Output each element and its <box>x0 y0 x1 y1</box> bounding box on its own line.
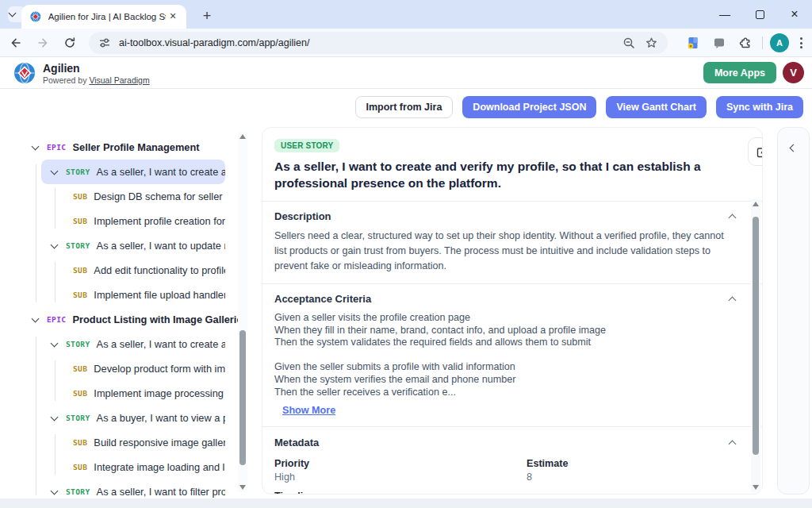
priority-label: Priority <box>274 458 527 469</box>
tree-item-story[interactable]: STORYAs a buyer, I want to view a pro... <box>41 406 225 430</box>
window-maximize-button[interactable] <box>742 0 777 29</box>
epic-type-badge: EPIC <box>47 143 66 152</box>
address-bar[interactable]: ai-toolbox.visual-paradigm.com/app/agili… <box>89 32 668 54</box>
tree-item-story[interactable]: STORYAs a seller, I want to create and .… <box>41 160 225 184</box>
sub-type-badge: SUB <box>73 389 87 398</box>
tree-item-sub[interactable]: SUBImplement image processing pip... <box>41 381 225 406</box>
chevron-down-icon[interactable] <box>51 339 59 347</box>
visual-paradigm-link[interactable]: Visual Paradigm <box>89 75 149 85</box>
tree-item-sub[interactable]: SUBDevelop product form with imag... <box>41 356 225 381</box>
collapse-metadata-icon[interactable] <box>729 441 737 448</box>
zoom-out-icon[interactable] <box>620 34 638 52</box>
tree-item-sub[interactable]: SUBImplement profile creation form ... <box>41 209 225 233</box>
acceptance-line <box>274 349 735 362</box>
scroll-down-icon[interactable] <box>753 485 759 490</box>
acceptance-lines: Given a seller visits the profile creati… <box>274 312 735 398</box>
reload-button[interactable] <box>59 32 81 54</box>
chevron-down-icon[interactable] <box>32 314 40 322</box>
timeline-label: Timeline <box>274 491 735 495</box>
tree-item-sub[interactable]: SUBBuild responsive image gallery co... <box>41 430 225 455</box>
tree-item-label: As a seller, I want to update my... <box>97 240 225 252</box>
browser-profile-avatar[interactable]: A <box>770 33 789 52</box>
app-header: Agilien Powered by Visual Paradigm More … <box>0 57 812 89</box>
scroll-down-icon[interactable] <box>239 485 246 490</box>
indent-guide <box>55 262 56 302</box>
tree-item-sub[interactable]: SUBIntegrate image loading and lazy... <box>41 455 225 479</box>
tab-title: Agilien for Jira | AI Backlog Stru <box>48 12 167 21</box>
sub-type-badge: SUB <box>73 266 87 275</box>
forward-button[interactable] <box>32 32 54 54</box>
tree-item-label: Design DB schema for seller pro... <box>94 190 225 202</box>
tree-item-story[interactable]: STORYAs a seller, I want to filter produ… <box>41 479 225 498</box>
scroll-up-icon[interactable] <box>753 202 759 206</box>
chevron-left-icon <box>790 144 798 152</box>
detail-scrollbar[interactable] <box>751 199 760 492</box>
scroll-up-icon[interactable] <box>239 134 246 139</box>
browser-menu-icon[interactable] <box>797 34 806 52</box>
visual-paradigm-logo <box>13 61 36 85</box>
chevron-down-icon[interactable] <box>51 487 59 495</box>
tree-item-sub[interactable]: SUBImplement file upload handler fo... <box>41 283 225 307</box>
user-avatar[interactable]: V <box>783 62 804 83</box>
story-title: As a seller, I want to create and verify… <box>274 159 718 191</box>
visual-paradigm-favicon <box>29 10 42 23</box>
sub-type-badge: SUB <box>73 291 87 299</box>
description-heading: Description <box>274 210 331 222</box>
svg-text:★: ★ <box>689 44 693 48</box>
user-story-badge: USER STORY <box>274 139 339 152</box>
toolbar-divider <box>762 37 763 49</box>
tab-close-icon[interactable]: × <box>166 10 180 24</box>
chevron-down-icon[interactable] <box>32 142 40 150</box>
scrollbar-thumb[interactable] <box>239 330 246 465</box>
tree-item-epic[interactable]: EPICSeller Profile Management <box>16 135 247 160</box>
scrollbar-thumb[interactable] <box>753 217 759 455</box>
tree-item-story[interactable]: STORYAs a seller, I want to update my... <box>41 233 225 258</box>
tree-item-label: As a seller, I want to create and ... <box>97 166 225 178</box>
gray-extension-icon[interactable] <box>709 33 730 53</box>
powered-by-prefix: Powered by <box>43 75 89 85</box>
site-settings-icon[interactable] <box>98 37 111 49</box>
browser-tab[interactable]: Agilien for Jira | AI Backlog Stru × <box>21 5 186 29</box>
tree-item-story[interactable]: STORYAs a seller, I want to create a pr.… <box>41 332 225 356</box>
indent-guide <box>55 434 56 475</box>
import-from-jira-button[interactable]: Import from Jira <box>355 96 454 118</box>
chevron-down-icon[interactable] <box>51 241 59 248</box>
story-type-badge: STORY <box>66 340 90 348</box>
tree-item-label: Develop product form with imag... <box>94 363 225 375</box>
collapse-description-icon[interactable] <box>729 214 737 222</box>
epic-type-badge: EPIC <box>47 315 66 324</box>
description-body: Sellers need a clear, structured way to … <box>274 229 735 274</box>
collapsed-side-panel[interactable] <box>777 127 810 495</box>
more-apps-button[interactable]: More Apps <box>703 62 776 83</box>
tree-item-label: Seller Profile Management <box>72 141 199 153</box>
show-more-link[interactable]: Show More <box>282 405 335 416</box>
view-gantt-chart-button[interactable]: View Gantt Chart <box>606 96 706 118</box>
chevron-down-icon[interactable] <box>51 413 59 421</box>
estimate-label: Estimate <box>527 458 735 469</box>
sub-type-badge: SUB <box>73 217 87 225</box>
sync-with-jira-button[interactable]: Sync with Jira <box>716 96 803 118</box>
tree-item-label: Product Listing with Image Galleries <box>72 314 247 325</box>
tree-item-sub[interactable]: SUBDesign DB schema for seller pro... <box>41 184 225 209</box>
story-type-badge: STORY <box>66 487 90 496</box>
download-project-json-button[interactable]: Download Project JSON <box>462 96 596 118</box>
window-close-button[interactable]: × <box>777 0 812 29</box>
edit-pencil-icon <box>756 145 764 159</box>
story-detail-panel: USER STORY As a seller, I want to create… <box>262 127 763 495</box>
collapse-acceptance-icon[interactable] <box>729 297 737 305</box>
window-minimize-button[interactable]: — <box>707 0 742 29</box>
tree-scrollbar[interactable] <box>238 132 247 492</box>
acceptance-line: When they fill in their name, brand, con… <box>274 325 735 337</box>
back-button[interactable] <box>5 32 27 54</box>
indent-guide <box>36 337 36 495</box>
tree-item-sub[interactable]: SUBAdd edit functionality to profile ... <box>41 258 225 283</box>
edit-button[interactable] <box>748 137 763 166</box>
bookmark-star-icon[interactable] <box>642 34 660 52</box>
acceptance-line: Then the seller receives a verification … <box>274 387 735 399</box>
url-text[interactable]: ai-toolbox.visual-paradigm.com/app/agili… <box>119 37 615 48</box>
extensions-puzzle-icon[interactable] <box>735 33 756 53</box>
password-manager-extension-icon[interactable]: ★ <box>683 33 703 53</box>
chevron-down-icon[interactable] <box>51 167 59 175</box>
new-tab-button[interactable]: + <box>197 6 217 26</box>
tree-item-epic[interactable]: EPICProduct Listing with Image Galleries <box>16 307 247 332</box>
